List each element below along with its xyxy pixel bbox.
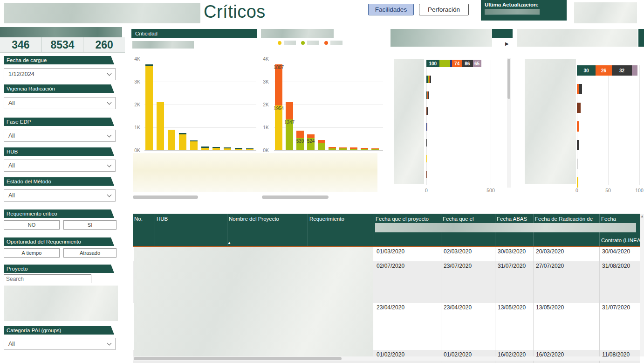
column-header[interactable]: No. <box>133 214 155 246</box>
bar-segment-yellowGreen[interactable]: 539 <box>296 138 304 150</box>
bar[interactable] <box>361 59 368 150</box>
bar-segment-orange[interactable] <box>350 147 357 148</box>
column-header[interactable]: HUB <box>155 214 227 246</box>
bar-segment-darkGreen[interactable] <box>190 140 198 141</box>
chart1-h-scrollbar[interactable] <box>133 195 198 199</box>
bar-segment-orange[interactable] <box>307 134 315 139</box>
tab-perforacion[interactable]: Perforación <box>419 4 469 15</box>
bar-segment-charcoal[interactable]: 86 <box>462 60 473 67</box>
vigencia-dropdown[interactable]: All <box>4 97 116 109</box>
bar-segment-darkGreen[interactable] <box>212 147 220 148</box>
proyecto-search-input[interactable] <box>4 274 91 283</box>
req-critico-si-button[interactable]: SI <box>63 220 116 230</box>
bar[interactable] <box>426 171 491 178</box>
bar-segment-yellow[interactable] <box>157 102 164 150</box>
bar[interactable] <box>350 59 357 150</box>
bar-segment-yellow[interactable] <box>224 148 231 150</box>
categoria-pai-dropdown[interactable]: All <box>4 338 116 350</box>
bar-segment-yellow[interactable] <box>235 149 242 150</box>
bar-segment-orange[interactable] <box>427 123 427 131</box>
bar[interactable] <box>329 59 336 150</box>
bar[interactable] <box>246 59 253 150</box>
bar[interactable] <box>577 159 639 169</box>
bar[interactable] <box>426 91 491 99</box>
req-critico-no-button[interactable]: NO <box>4 220 60 230</box>
bar[interactable] <box>168 59 175 150</box>
table-h-scrollbar[interactable] <box>134 357 342 360</box>
bar-segment-orange[interactable] <box>339 147 347 148</box>
bar[interactable] <box>426 76 491 83</box>
bar-segment-charcoal[interactable] <box>430 76 431 83</box>
bar[interactable] <box>201 59 209 150</box>
play-arrow-icon[interactable]: ▶ <box>505 41 509 46</box>
bar-segment-yellowGreen[interactable] <box>350 149 357 150</box>
bar-segment-orange[interactable]: 74 <box>452 60 461 67</box>
bar-segment-brown[interactable] <box>426 171 427 178</box>
bar[interactable] <box>212 59 220 150</box>
bar[interactable] <box>577 121 639 132</box>
bar-segment-yellow[interactable] <box>246 149 253 150</box>
bar-segment-darkGreen[interactable] <box>246 148 253 149</box>
sort-ascending-icon[interactable]: ▲ <box>227 241 231 245</box>
bar-segment-yellow[interactable] <box>168 130 175 150</box>
bar[interactable] <box>577 84 639 94</box>
bar-segment-orange[interactable] <box>371 148 379 149</box>
bar-segment-charcoal[interactable] <box>577 140 579 150</box>
bar[interactable] <box>426 155 491 162</box>
bar-segment-orange[interactable] <box>318 140 325 143</box>
bar-segment-darkGreen[interactable]: 30 <box>577 65 596 76</box>
bar-segment-charcoal[interactable] <box>428 91 429 99</box>
bar[interactable] <box>190 59 198 150</box>
bar[interactable] <box>426 123 491 131</box>
bar[interactable] <box>577 177 639 188</box>
bar[interactable] <box>235 59 242 150</box>
scroll-up-arrow-icon[interactable]: ▲ <box>640 214 644 218</box>
chart3-v-scrollbar[interactable] <box>507 59 510 99</box>
bar-segment-orange[interactable] <box>329 147 336 148</box>
bar-segment-orange[interactable] <box>286 102 293 119</box>
bar-segment-orange[interactable] <box>296 131 304 138</box>
bar[interactable]: 100748665 <box>426 60 491 67</box>
bar-segment-yellow[interactable] <box>145 66 153 150</box>
bar-segment-yellow[interactable] <box>426 155 427 162</box>
bar[interactable]: 19541807 <box>275 59 282 150</box>
bar-segment-yellowGreen[interactable] <box>361 149 368 150</box>
bar-segment-orange[interactable]: 1807 <box>275 64 282 106</box>
bar-segment-darkGreen[interactable] <box>224 147 231 148</box>
bar[interactable] <box>157 59 164 150</box>
bar[interactable] <box>339 59 347 150</box>
bar[interactable]: 539 <box>296 59 304 150</box>
column-header[interactable]: Nombre del Proyecto <box>227 214 308 246</box>
tab-facilidades[interactable]: Facilidades <box>368 4 414 15</box>
bar[interactable] <box>179 59 186 150</box>
bar-segment-yellow[interactable] <box>212 148 220 150</box>
bar-segment-yellow[interactable] <box>201 148 209 150</box>
oportunidad-a-tiempo-button[interactable]: A tiempo <box>4 248 60 258</box>
bar-segment-yellowGreen[interactable] <box>439 60 450 67</box>
bar[interactable]: 524 <box>307 59 315 150</box>
bar[interactable] <box>371 59 379 150</box>
bar-segment-darkGreen[interactable] <box>201 147 209 147</box>
bar-segment-darkGreen[interactable]: 100 <box>426 60 439 67</box>
bar-segment-mauve[interactable]: 65 <box>473 60 481 67</box>
bar-segment-orange[interactable]: 26 <box>596 65 612 76</box>
bar-segment-darkGreen[interactable] <box>179 133 186 134</box>
bar[interactable] <box>318 59 325 150</box>
bar-segment-darkGreen[interactable] <box>235 148 242 149</box>
bar[interactable] <box>577 140 639 150</box>
bar[interactable] <box>145 59 153 150</box>
bar-segment-yellowGreen[interactable] <box>318 143 325 150</box>
fase-edp-dropdown[interactable]: All <box>4 130 116 142</box>
bar-segment-orange[interactable] <box>577 121 579 132</box>
bar-segment-charcoal[interactable] <box>426 139 427 147</box>
bar-segment-charcoal[interactable] <box>579 84 582 94</box>
chart2-h-scrollbar[interactable] <box>262 195 329 199</box>
oportunidad-atrasado-button[interactable]: Atrasado <box>63 248 116 258</box>
bar-segment-yellowGreen[interactable]: 1347 <box>286 119 293 150</box>
bar-segment-yellow[interactable] <box>179 134 186 150</box>
bar-segment-charcoal[interactable]: 32 <box>612 65 632 76</box>
bar[interactable]: 1347 <box>286 59 293 150</box>
estado-metodo-dropdown[interactable]: All <box>4 189 116 202</box>
bar-segment-charcoal[interactable] <box>577 159 577 169</box>
bar-segment-yellow[interactable]: 1954 <box>275 105 282 150</box>
